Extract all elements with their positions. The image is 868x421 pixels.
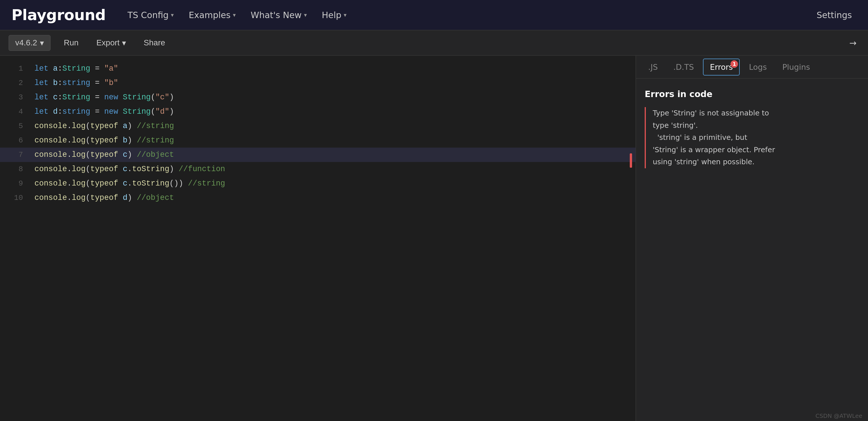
code-line-9: 9 console.log(typeof c.toString()) //str… — [0, 176, 636, 191]
tab-plugins[interactable]: Plugins — [776, 59, 816, 75]
nav-menu: TS Config ▾ Examples ▾ What's New ▾ Help… — [123, 7, 795, 23]
code-text: console.log(typeof d) //object — [34, 191, 174, 205]
nav-help-label: Help — [322, 10, 341, 20]
code-text: console.log(typeof c) //object — [34, 148, 174, 162]
code-text: console.log(typeof c.toString) //functio… — [34, 162, 225, 176]
editor-area[interactable]: 1 let a:String = "a" 2 let b:string = "b… — [0, 56, 636, 421]
code-line-10: 10 console.log(typeof d) //object — [0, 191, 636, 205]
code-line-4: 4 let d:string = new String("d") — [0, 104, 636, 119]
code-line-6: 6 console.log(typeof b) //string — [0, 133, 636, 148]
footer: CSDN @ATWLee — [810, 411, 868, 421]
chevron-down-icon: ▾ — [304, 11, 307, 19]
code-line-2: 2 let b:string = "b" — [0, 76, 636, 90]
line-number: 6 — [6, 133, 23, 148]
tab-errors[interactable]: Errors 1 — [703, 59, 740, 76]
tab-logs[interactable]: Logs — [743, 59, 773, 75]
code-text: let c:String = new String("c") — [34, 90, 174, 104]
nav-whats-new[interactable]: What's New ▾ — [246, 7, 311, 23]
nav-whats-new-label: What's New — [251, 10, 302, 20]
toolbar: v4.6.2 ▾ Run Export ▾ Share → — [0, 30, 868, 56]
tab-js[interactable]: .JS — [642, 59, 664, 75]
nav-examples-label: Examples — [189, 10, 230, 20]
app-title: Playground — [11, 6, 105, 24]
errors-title: Errors in code — [645, 89, 859, 99]
code-line-5: 5 console.log(typeof a) //string — [0, 119, 636, 133]
line-number: 9 — [6, 176, 23, 191]
nav-examples[interactable]: Examples ▾ — [184, 7, 240, 23]
settings-button[interactable]: Settings — [812, 7, 857, 23]
code-text: let d:string = new String("d") — [34, 104, 174, 119]
right-panel: .JS .D.TS Errors 1 Logs Plugins Errors i… — [636, 56, 868, 421]
top-nav: Playground TS Config ▾ Examples ▾ What's… — [0, 0, 868, 30]
line-number: 5 — [6, 119, 23, 133]
code-editor[interactable]: 1 let a:String = "a" 2 let b:string = "b… — [0, 56, 636, 211]
line-number: 4 — [6, 104, 23, 119]
line-number: 7 — [6, 148, 23, 162]
version-label: v4.6.2 — [15, 38, 37, 48]
nav-ts-config-label: TS Config — [127, 10, 168, 20]
line-number: 8 — [6, 162, 23, 176]
collapse-icon[interactable]: → — [846, 35, 859, 51]
error-indicator — [630, 153, 632, 168]
tab-dts[interactable]: .D.TS — [667, 59, 701, 75]
tab-logs-label: Logs — [749, 63, 767, 71]
code-text: console.log(typeof a) //string — [34, 119, 174, 133]
tab-js-label: .JS — [648, 63, 658, 71]
error-badge: 1 — [731, 60, 738, 68]
attribution-text: CSDN @ATWLee — [815, 412, 862, 419]
code-text: let a:String = "a" — [34, 61, 118, 76]
tab-errors-label: Errors — [710, 63, 733, 71]
chevron-down-icon: ▾ — [40, 38, 44, 48]
nav-help[interactable]: Help ▾ — [317, 7, 351, 23]
chevron-down-icon: ▾ — [171, 11, 174, 19]
code-line-7: 7 console.log(typeof c) //object — [0, 148, 636, 162]
export-label: Export — [96, 38, 120, 48]
export-button[interactable]: Export ▾ — [92, 35, 131, 51]
code-text: let b:string = "b" — [34, 76, 118, 90]
code-text: console.log(typeof b) //string — [34, 133, 174, 148]
chevron-down-icon: ▾ — [233, 11, 236, 19]
line-number: 3 — [6, 90, 23, 104]
error-content: Errors in code Type 'String' is not assi… — [636, 79, 868, 421]
code-line-1: 1 let a:String = "a" — [0, 61, 636, 76]
version-selector[interactable]: v4.6.2 ▾ — [9, 35, 51, 51]
line-number: 2 — [6, 76, 23, 90]
error-detail: Type 'String' is not assignable to type … — [645, 107, 859, 168]
nav-ts-config[interactable]: TS Config ▾ — [123, 7, 178, 23]
tab-dts-label: .D.TS — [673, 63, 694, 71]
chevron-down-icon: ▾ — [122, 38, 126, 48]
main-container: 1 let a:String = "a" 2 let b:string = "b… — [0, 56, 868, 421]
run-button[interactable]: Run — [59, 35, 83, 50]
code-line-3: 3 let c:String = new String("c") — [0, 90, 636, 104]
tab-plugins-label: Plugins — [782, 63, 810, 71]
right-panel-tabs: .JS .D.TS Errors 1 Logs Plugins — [636, 56, 868, 79]
share-button[interactable]: Share — [139, 35, 170, 50]
code-line-8: 8 console.log(typeof c.toString) //funct… — [0, 162, 636, 176]
code-text: console.log(typeof c.toString()) //strin… — [34, 176, 225, 191]
line-number: 1 — [6, 61, 23, 76]
chevron-down-icon: ▾ — [344, 11, 346, 19]
line-number: 10 — [6, 191, 23, 205]
